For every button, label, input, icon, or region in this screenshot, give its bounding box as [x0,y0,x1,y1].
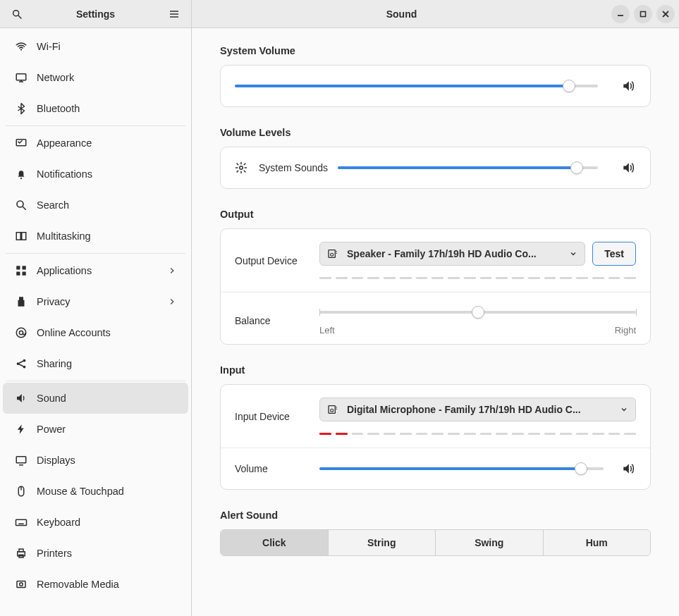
sidebar-item-sound[interactable]: Sound [3,383,188,414]
alert-option-string[interactable]: String [328,530,436,555]
input-volume-label: Volume [235,463,319,474]
sidebar-item-online-accounts[interactable]: Online Accounts [3,317,188,348]
svg-rect-17 [16,272,20,276]
sidebar-item-label: Notifications [37,168,177,180]
volume-levels-section: Volume Levels System Sounds [220,127,651,189]
sidebar-item-label: Online Accounts [37,327,177,338]
close-button[interactable] [656,5,675,23]
search-icon [14,198,28,212]
main-pane: Sound System Volume Volume Levels [192,0,679,616]
input-level-meter [319,433,636,435]
sidebar-item-label: Printers [37,548,177,559]
svg-rect-33 [19,549,23,552]
level-segment [608,433,620,435]
multitask-icon [14,229,28,243]
sidebar-item-wi-fi[interactable]: Wi-Fi [3,31,188,62]
level-segment [560,433,572,435]
sidebar-item-appearance[interactable]: Appearance [3,128,188,159]
system-sounds-mute-button[interactable] [620,160,636,175]
level-segment [448,277,460,279]
level-segment [496,433,508,435]
sidebar-item-label: Displays [37,455,177,466]
minimize-button[interactable] [611,5,630,23]
sidebar-item-removable-media[interactable]: Removable Media [3,569,188,600]
sidebar-item-displays[interactable]: Displays [3,445,188,476]
level-segment [528,433,540,435]
level-segment [624,433,636,435]
sidebar-item-bluetooth[interactable]: Bluetooth [3,93,188,124]
svg-rect-16 [23,266,26,269]
level-segment [560,277,572,279]
alert-option-swing[interactable]: Swing [435,530,543,555]
input-volume-mute-button[interactable] [620,461,636,476]
audio-card-icon [327,404,340,415]
sidebar-item-notifications[interactable]: Notifications [3,159,188,190]
level-segment [352,433,364,435]
sidebar-item-label: Multitasking [37,230,177,242]
balance-left-label: Left [319,325,335,335]
level-segment [416,277,428,279]
output-balance-slider[interactable] [319,305,636,319]
output-device-dropdown[interactable]: Speaker - Family 17h/19h HD Audio Co... [319,242,585,266]
level-segment [400,277,412,279]
sidebar-search-button[interactable] [7,4,27,24]
sidebar-item-label: Applications [37,265,167,276]
level-segment [512,433,524,435]
sidebar-item-keyboard[interactable]: Keyboard [3,507,188,538]
svg-point-5 [20,49,22,50]
sidebar-item-printers[interactable]: Printers [3,538,188,569]
wifi-icon [14,39,28,54]
level-segment [336,277,348,279]
svg-line-1 [18,16,21,18]
sidebar-item-search[interactable]: Search [3,190,188,221]
level-segment [400,433,412,435]
sidebar-item-sharing[interactable]: Sharing [3,348,188,379]
bluetooth-icon [14,101,28,116]
level-segment [384,433,396,435]
input-device-value: Digital Microphone - Family 17h/19h HD A… [347,404,613,415]
sidebar-item-mouse-touchpad[interactable]: Mouse & Touchpad [3,476,188,507]
svg-point-20 [19,331,23,334]
level-segment [544,277,556,279]
sidebar-item-privacy[interactable]: Privacy [3,286,188,317]
chevron-down-icon [569,250,577,258]
system-volume-mute-button[interactable] [620,78,636,94]
svg-rect-30 [16,519,27,525]
input-device-dropdown[interactable]: Digital Microphone - Family 17h/19h HD A… [319,398,636,421]
sidebar-item-power[interactable]: Power [3,414,188,445]
sidebar-title: Settings [27,8,164,20]
system-sounds-label: System Sounds [259,162,328,173]
system-sounds-slider[interactable] [338,161,598,175]
maximize-icon [640,11,647,18]
maximize-button[interactable] [634,5,652,23]
page-title: Sound [196,8,607,20]
sidebar-item-multitasking[interactable]: Multitasking [3,221,188,252]
alert-option-hum[interactable]: Hum [543,530,651,555]
sidebar-item-label: Power [37,424,177,435]
svg-rect-14 [22,233,26,240]
input-volume-slider[interactable] [319,462,604,476]
power-icon [14,422,28,436]
printer-icon [14,546,28,560]
output-device-label: Output Device [235,255,319,266]
system-volume-slider[interactable] [235,79,598,93]
chevron-down-icon [620,405,628,414]
svg-point-41 [240,166,243,170]
chevron-right-icon [167,266,177,276]
level-segment [432,277,444,279]
level-segment [464,433,476,435]
svg-rect-15 [16,266,20,269]
sidebar-item-label: Keyboard [37,517,177,528]
output-test-button[interactable]: Test [592,242,636,266]
level-segment [384,277,396,279]
sidebar-item-network[interactable]: Network [3,62,188,93]
svg-point-11 [17,201,23,207]
network-icon [14,70,28,85]
alert-option-click[interactable]: Click [221,530,328,555]
sidebar-item-applications[interactable]: Applications [3,255,188,286]
level-segment [592,433,604,435]
sidebar-menu-button[interactable] [164,4,184,24]
level-segment [319,277,331,279]
minimize-icon [617,11,624,18]
svg-rect-38 [641,11,646,16]
